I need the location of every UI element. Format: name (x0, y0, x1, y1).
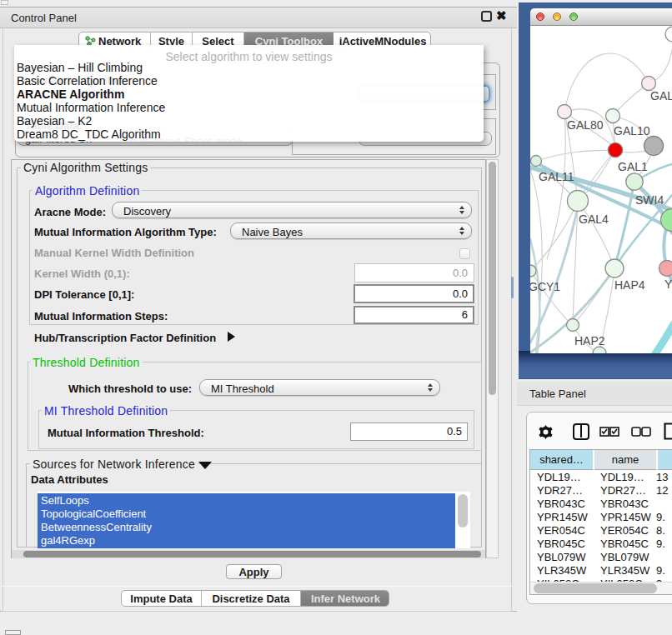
svg-text:GAL10: GAL10 (614, 124, 650, 138)
svg-text:GAL80: GAL80 (567, 118, 604, 132)
svg-text:GAL11: GAL11 (539, 170, 574, 183)
svg-text:GAL: GAL (650, 89, 672, 102)
svg-text:SWI4: SWI4 (635, 193, 664, 207)
svg-text:GAL4: GAL4 (579, 212, 609, 226)
svg-text:GCY1: GCY1 (530, 280, 560, 293)
svg-text:Y: Y (664, 278, 672, 291)
svg-text:HAP2: HAP2 (574, 334, 605, 348)
svg-text:HAP4: HAP4 (614, 278, 645, 292)
svg-text:GAL1: GAL1 (618, 160, 648, 173)
